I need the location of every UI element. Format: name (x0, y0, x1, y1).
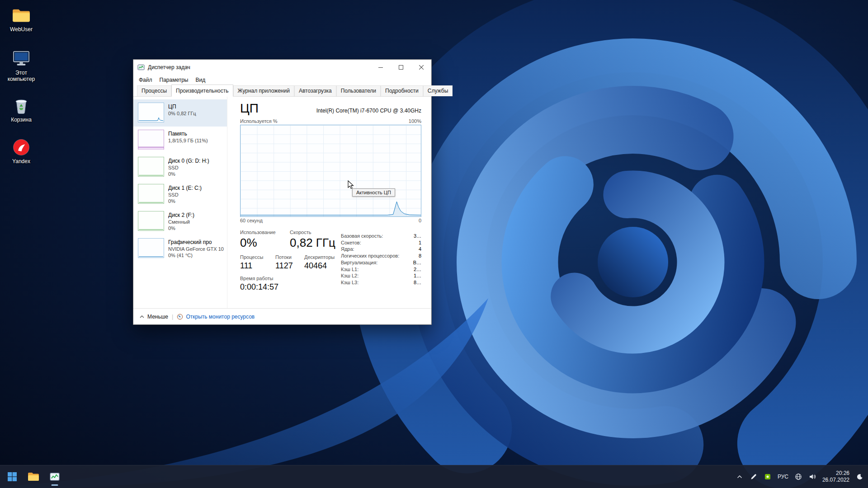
perf-item-sub: 1,8/15,9 ГБ (11%) (168, 137, 208, 144)
perf-item-cpu[interactable]: ЦП 0% 0,82 ГГц (133, 99, 227, 127)
chart-x-left: 60 секунд (240, 218, 263, 223)
perf-item-sub: 0% 0,82 ГГц (168, 110, 196, 117)
detail-value: 4 (419, 246, 421, 253)
language-indicator[interactable]: РУС (778, 474, 788, 480)
maximize-button[interactable] (391, 60, 411, 75)
night-mode-moon-icon[interactable] (855, 473, 863, 481)
disk0-mini-chart (138, 157, 164, 177)
chart-y-max: 100% (409, 118, 421, 124)
open-resource-monitor-link[interactable]: Открыть монитор ресурсов (177, 314, 255, 320)
running-app-indicator (52, 484, 58, 486)
menu-view[interactable]: Вид (192, 75, 209, 85)
clock-date: 26.07.2022 (822, 477, 849, 483)
system-tray: РУС 20:26 26.07.2022 (736, 465, 863, 488)
mouse-cursor (348, 180, 354, 189)
cpu-mini-chart (138, 103, 164, 122)
chart-x-right: 0 (419, 218, 421, 223)
menu-file[interactable]: Файл (135, 75, 156, 85)
task-manager-icon (49, 471, 60, 482)
tab-users[interactable]: Пользователи (336, 85, 381, 96)
detail-value: В… (413, 259, 421, 266)
minimize-button[interactable] (370, 60, 391, 75)
perf-item-title: Графический про (168, 239, 224, 246)
threads-value: 1127 (275, 260, 304, 271)
usage-label: Использование (240, 229, 290, 235)
desktop-icon-recycle-bin[interactable]: Корзина (4, 97, 39, 123)
disk2-mini-chart (138, 211, 164, 231)
resource-monitor-icon (177, 314, 183, 320)
fewer-details-label: Меньше (147, 314, 168, 320)
tab-performance[interactable]: Производительность (171, 84, 233, 97)
detail-value: 8… (414, 279, 421, 286)
tab-processes[interactable]: Процессы (137, 85, 171, 96)
volume-icon[interactable] (808, 473, 816, 481)
yandex-browser-icon (11, 138, 31, 156)
task-manager-app-icon (137, 64, 145, 71)
tab-services[interactable]: Службы (423, 85, 453, 96)
detail-label: Сокетов: (341, 239, 361, 246)
detail-label: Базовая скорость: (341, 233, 383, 239)
desktop-icon-yandex[interactable]: Yandex (4, 138, 39, 164)
computer-icon (11, 50, 31, 68)
pen-icon[interactable] (750, 473, 758, 481)
desktop-icon-label: WebUser (10, 26, 33, 33)
clock[interactable]: 20:26 26.07.2022 (822, 470, 849, 483)
start-button[interactable] (3, 467, 22, 486)
window-footer: Меньше | Открыть монитор ресурсов (133, 308, 431, 324)
nvidia-tray-icon[interactable] (764, 473, 772, 481)
window-title: Диспетчер задач (148, 64, 370, 70)
detail-label: Ядра: (341, 246, 354, 253)
detail-label: Кэш L1: (341, 266, 359, 273)
perf-item-disk1[interactable]: Диск 1 (E: C:) SSD 0% (133, 181, 227, 208)
cpu-details: Базовая скорость:3… Сокетов:1 Ядра:4 Лог… (341, 233, 421, 286)
close-button[interactable] (411, 60, 431, 75)
perf-item-sub2: 0% (168, 225, 194, 231)
menu-bar: Файл Параметры Вид (133, 75, 431, 85)
cpu-heading: ЦП (240, 101, 259, 116)
cpu-panel: ЦП Intel(R) Core(TM) i7-6700 CPU @ 3.40G… (227, 97, 431, 308)
menu-options[interactable]: Параметры (156, 75, 192, 85)
wallpaper-bloom (0, 0, 868, 488)
file-explorer-icon (28, 472, 39, 482)
fewer-details-button[interactable]: Меньше (140, 314, 168, 320)
perf-item-title: Диск 2 (F:) (168, 211, 194, 219)
detail-value: 1 (419, 239, 421, 246)
detail-value: 3… (414, 233, 421, 239)
uptime-label: Время работы (240, 275, 337, 282)
tab-details[interactable]: Подробности (381, 85, 423, 96)
threads-label: Потоки (275, 254, 304, 260)
windows-logo-icon (7, 471, 18, 482)
perf-item-memory[interactable]: Память 1,8/15,9 ГБ (11%) (133, 127, 227, 154)
taskbar-app-icons (3, 465, 64, 488)
detail-label: Кэш L3: (341, 279, 359, 286)
perf-item-sub: SSD (168, 192, 202, 198)
detail-value: 2… (414, 266, 421, 273)
desktop-icon-webuser[interactable]: WebUser (4, 6, 39, 33)
speed-value: 0,82 ГГц (290, 235, 337, 250)
perf-item-title: ЦП (168, 103, 196, 110)
network-icon[interactable] (794, 473, 802, 481)
footer-separator: | (172, 313, 173, 320)
uptime-value: 0:00:14:57 (240, 282, 337, 292)
desktop: WebUser Этот компьютер Корзина (0, 0, 868, 488)
tab-startup[interactable]: Автозагрузка (294, 85, 336, 96)
chart-y-label: Используется % (240, 118, 278, 124)
memory-mini-chart (138, 130, 164, 150)
perf-item-sub: Сменный (168, 219, 194, 225)
usage-value: 0% (240, 235, 290, 250)
tab-app-history[interactable]: Журнал приложений (233, 85, 294, 96)
handles-value: 40464 (304, 260, 337, 271)
perf-item-disk0[interactable]: Диск 0 (G: D: H:) SSD 0% (133, 154, 227, 181)
perf-item-sub: SSD (168, 164, 209, 171)
cpu-usage-line (241, 125, 421, 216)
disk1-mini-chart (138, 184, 164, 204)
perf-item-disk2[interactable]: Диск 2 (F:) Сменный 0% (133, 208, 227, 235)
taskbar: РУС 20:26 26.07.2022 (0, 465, 868, 488)
title-bar[interactable]: Диспетчер задач (133, 60, 431, 75)
task-manager-taskbar-button[interactable] (45, 467, 64, 486)
detail-label: Логических процессоров: (341, 253, 399, 259)
perf-item-gpu[interactable]: Графический про NVIDIA GeForce GTX 10 0%… (133, 235, 227, 262)
file-explorer-button[interactable] (24, 467, 43, 486)
hidden-icons-chevron[interactable] (736, 473, 744, 481)
desktop-icon-this-pc[interactable]: Этот компьютер (4, 50, 39, 82)
